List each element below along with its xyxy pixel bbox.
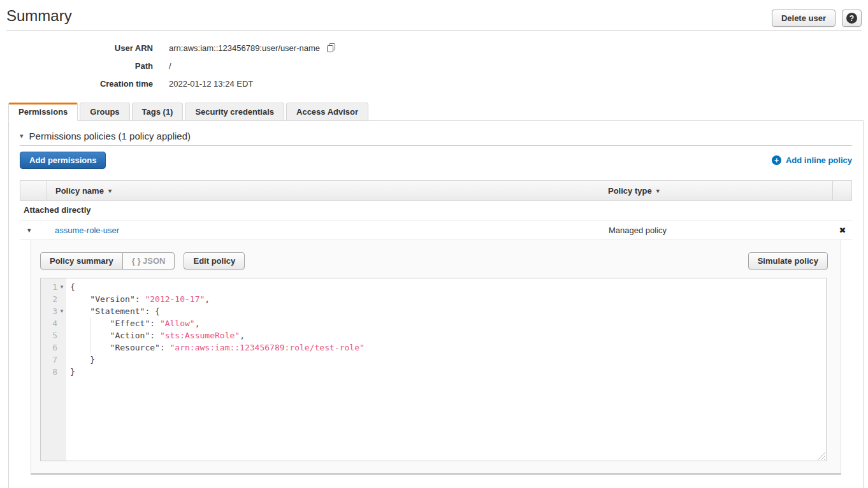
add-permissions-button[interactable]: Add permissions	[20, 152, 106, 169]
json-plain-token: ,	[205, 294, 210, 304]
path-value: /	[169, 61, 171, 71]
code-line: "Action": "sts:AssumeRole",	[70, 329, 826, 341]
tab-tags[interactable]: Tags (1)	[132, 103, 184, 121]
header-actions: Delete user ?	[772, 10, 862, 27]
delete-user-button[interactable]: Delete user	[772, 10, 835, 27]
line-number: 8	[52, 366, 57, 378]
editor-code-area[interactable]: { "Version": "2012-10-17", "Statement": …	[66, 278, 826, 461]
json-plain-token: "Action":	[70, 331, 160, 340]
detail-row-creation-time: Creation time 2022-01-12 13:24 EDT	[0, 75, 868, 92]
page-header: Summary Delete user ?	[0, 0, 868, 27]
user-details: User ARN arn:aws:iam::123456789:user/use…	[0, 39, 868, 92]
json-string-token: "sts:AssumeRole"	[160, 331, 240, 340]
gutter-line: 1▾	[41, 281, 66, 293]
tab-security-credentials[interactable]: Security credentials	[185, 103, 284, 121]
json-string-token: "arn:aws:iam::123456789:role/test-role"	[170, 343, 365, 352]
section-divider	[20, 145, 852, 146]
fold-caret-icon[interactable]: ▾	[57, 281, 66, 293]
user-arn-value-wrap: arn:aws:iam::123456789:user/user-name	[169, 43, 336, 53]
line-number: 6	[52, 341, 57, 354]
policy-type-column-header[interactable]: Policy type ▾	[608, 181, 832, 200]
policy-table-row: ▾ assume-role-user Managed policy ✖	[20, 220, 852, 240]
header-divider	[6, 30, 862, 31]
tab-permissions[interactable]: Permissions	[8, 103, 78, 121]
remove-column-header	[832, 181, 851, 200]
json-plain-token: }	[70, 355, 95, 364]
line-number: 5	[52, 329, 57, 341]
json-plain-token: "Statement": {	[70, 306, 160, 316]
json-plain-token: "Version":	[70, 294, 145, 304]
policy-table: Policy name ▾ Policy type ▾ Attached dir…	[20, 180, 852, 475]
gutter-line: 2	[41, 293, 66, 305]
gutter-line: 3▾	[41, 305, 66, 317]
editor-gutter: 1▾23▾45678	[41, 278, 66, 461]
detail-row-user-arn: User ARN arn:aws:iam::123456789:user/use…	[0, 39, 868, 57]
json-plain-token: "Resource":	[70, 343, 170, 352]
row-expand-caret-icon[interactable]: ▾	[20, 226, 47, 234]
copy-icon[interactable]	[326, 43, 336, 53]
gutter-line: 7	[41, 354, 66, 366]
code-line: {	[70, 281, 826, 293]
code-line: "Effect": "Allow",	[70, 317, 826, 329]
policy-type-header-label: Policy type	[608, 186, 652, 196]
policy-type-cell: Managed policy	[609, 226, 833, 235]
sort-caret-icon: ▾	[656, 187, 660, 194]
user-arn-value: arn:aws:iam::123456789:user/user-name	[169, 43, 320, 53]
permissions-policies-section-header: ▾ Permissions policies (1 policy applied…	[20, 131, 852, 141]
tab-groups[interactable]: Groups	[80, 103, 129, 121]
policy-view-button-group: Policy summary { } JSON	[40, 252, 175, 269]
edit-policy-button[interactable]: Edit policy	[184, 252, 245, 269]
simulate-policy-button[interactable]: Simulate policy	[748, 252, 828, 269]
creation-time-value: 2022-01-12 13:24 EDT	[169, 79, 253, 89]
code-line: "Version": "2012-10-17",	[70, 293, 826, 305]
json-plain-token: {	[70, 282, 75, 292]
detail-row-path: Path /	[0, 57, 868, 75]
policy-detail-toolbar: Policy summary { } JSON Edit policy Simu…	[31, 240, 841, 269]
tab-access-advisor[interactable]: Access Advisor	[286, 103, 368, 121]
json-plain-token: "Effect":	[70, 319, 160, 328]
permissions-policies-title: Permissions policies (1 policy applied)	[29, 131, 191, 141]
json-button[interactable]: { } JSON	[122, 252, 175, 269]
policy-name-cell: assume-role-user	[47, 226, 609, 235]
json-string-token: "2012-10-17"	[145, 294, 205, 304]
gutter-line: 5	[41, 329, 66, 341]
gutter-line: 8	[41, 366, 66, 378]
line-number: 7	[52, 354, 57, 366]
attached-directly-group-row: Attached directly	[20, 201, 852, 220]
expand-column-header	[20, 181, 47, 200]
remove-policy-icon[interactable]: ✖	[839, 226, 846, 235]
policy-detail-panel: Policy summary { } JSON Edit policy Simu…	[31, 240, 841, 475]
help-button[interactable]: ?	[842, 10, 862, 27]
json-string-token: "Allow"	[160, 319, 195, 328]
json-plain-token: ,	[240, 331, 245, 340]
add-inline-policy-label: Add inline policy	[786, 155, 852, 165]
sort-caret-icon: ▾	[108, 187, 112, 194]
code-line: }	[70, 366, 826, 378]
add-inline-policy-link[interactable]: + Add inline policy	[772, 155, 852, 165]
line-number: 1	[52, 281, 57, 293]
json-plain-token: }	[70, 367, 75, 377]
collapse-caret-icon[interactable]: ▾	[20, 132, 24, 140]
plus-icon: +	[772, 155, 781, 165]
policy-name-link[interactable]: assume-role-user	[55, 226, 119, 235]
code-line: "Resource": "arn:aws:iam::123456789:role…	[70, 341, 826, 354]
policy-table-header: Policy name ▾ Policy type ▾	[20, 180, 852, 201]
path-label: Path	[0, 61, 153, 71]
policy-summary-button[interactable]: Policy summary	[40, 252, 123, 269]
line-number: 2	[52, 293, 57, 305]
tab-bar: Permissions Groups Tags (1) Security cre…	[8, 103, 868, 121]
policy-name-column-header[interactable]: Policy name ▾	[47, 181, 608, 200]
fold-caret-icon[interactable]: ▾	[57, 305, 66, 317]
gutter-line: 6	[41, 341, 66, 354]
gutter-line: 4	[41, 317, 66, 329]
policy-json-editor[interactable]: 1▾23▾45678 { "Version": "2012-10-17", "S…	[40, 278, 827, 461]
line-number: 3	[52, 305, 57, 317]
user-arn-label: User ARN	[0, 43, 153, 53]
policy-name-header-label: Policy name	[55, 186, 104, 196]
indent-guide	[90, 317, 90, 354]
policy-actions-row: Add permissions + Add inline policy	[20, 152, 852, 169]
line-number: 4	[52, 317, 57, 329]
page-title: Summary	[6, 6, 72, 25]
help-icon: ?	[846, 13, 857, 24]
permissions-tab-panel: ▾ Permissions policies (1 policy applied…	[8, 120, 864, 488]
